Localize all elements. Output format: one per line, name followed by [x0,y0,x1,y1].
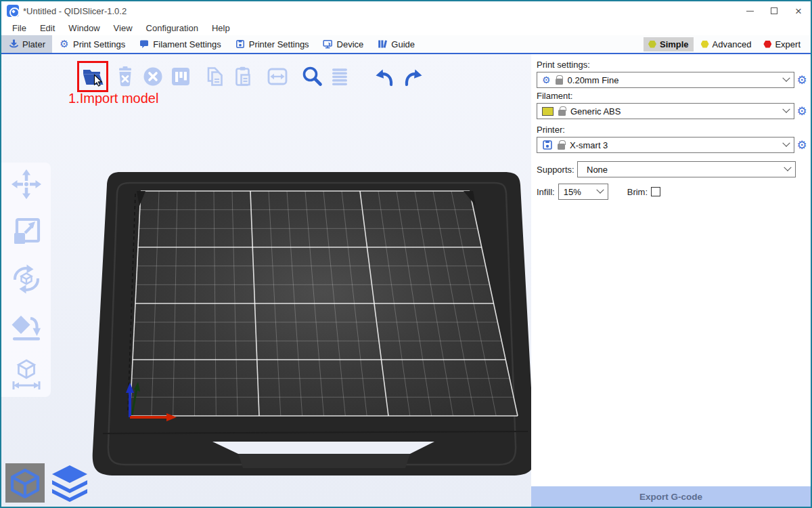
tab-plater[interactable]: Plater [1,35,52,53]
expert-mode-icon [763,41,771,48]
maximize-icon [771,7,777,14]
printer-gear-button[interactable]: ⚙ [794,140,809,151]
delete-button[interactable] [112,64,138,89]
chevron-down-icon [596,186,604,194]
delete-all-button[interactable] [140,64,166,89]
print-settings-gear-button[interactable]: ⚙ [794,75,809,86]
object-toolbar [77,61,428,92]
brim-label: Brim: [627,187,648,197]
tab-label: Filament Settings [153,39,221,49]
copy-button[interactable] [202,64,228,89]
paste-button[interactable] [230,64,256,89]
printer-combo[interactable]: X-smart 3 [537,137,794,153]
supports-combo[interactable]: None [577,161,796,177]
import-model-button[interactable] [80,64,106,89]
import-annotation: 1.Import model [68,91,158,106]
split-objects-button[interactable] [265,64,290,89]
search-button[interactable] [299,64,325,89]
view-switch [5,463,89,503]
rotate-tool-button[interactable] [10,263,43,295]
window-title: *Untitled - QIDISlicer-1.0.2 [23,6,127,16]
infill-value: 15% [564,187,593,197]
settings-sidebar: Print settings: ⚙ 0.20mm Fine ⚙ Filament… [531,54,811,507]
filament-value: Generic ABS [570,106,779,117]
3d-viewport[interactable]: 1.Import model [1,54,531,507]
layers-preview-button[interactable] [50,463,89,503]
tab-guide[interactable]: Guide [370,35,422,53]
minimize-button[interactable] [738,1,762,20]
3d-editor-view-button[interactable] [5,463,45,503]
plater-icon [8,39,19,49]
supports-value: None [583,165,780,175]
measure-tool-button[interactable] [10,358,43,390]
tabbar: Plater ⚙ Print Settings Filament Setting… [1,35,811,54]
tab-device[interactable]: Device [316,35,371,53]
gizmo-toolbar [1,163,51,397]
lock-icon [556,79,563,85]
maximize-button[interactable] [762,1,786,20]
chevron-down-icon [782,75,790,82]
filament-combo[interactable]: Generic ABS [537,103,794,119]
redo-button[interactable] [400,64,426,89]
close-button[interactable]: × [786,1,811,20]
place-on-face-tool-button[interactable] [10,310,43,343]
mode-label: Advanced [713,39,752,49]
tab-label: Print Settings [73,39,125,49]
print-settings-combo[interactable]: ⚙ 0.20mm Fine [537,72,794,88]
tab-filament-settings[interactable]: Filament Settings [132,35,227,53]
menu-window[interactable]: Window [62,23,106,33]
filament-gear-button[interactable]: ⚙ [794,106,809,117]
lock-icon [558,144,565,150]
variable-layer-height-button[interactable] [327,64,353,89]
chevron-down-icon [782,106,790,113]
mode-advanced[interactable]: Advanced [696,37,757,51]
advanced-mode-icon [701,41,709,48]
tab-label: Guide [391,39,415,49]
device-icon [323,39,334,49]
filament-icon [139,39,150,49]
build-plate[interactable] [1,54,531,507]
close-icon: × [795,5,802,17]
move-tool-button[interactable] [10,168,43,200]
minimize-icon [746,11,754,12]
simple-mode-icon [648,41,656,48]
supports-label: Supports: [537,165,577,175]
chevron-down-icon [784,164,791,171]
menu-view[interactable]: View [107,23,139,33]
tab-printer-settings[interactable]: Printer Settings [228,35,316,53]
menu-file[interactable]: File [5,23,33,33]
filament-color-swatch [542,107,554,116]
tab-print-settings[interactable]: ⚙ Print Settings [52,35,132,53]
mode-simple[interactable]: Simple [644,37,694,51]
menu-edit[interactable]: Edit [33,23,62,33]
cube-icon [8,466,42,500]
export-gcode-button[interactable]: Export G-code [531,486,811,507]
tab-label: Printer Settings [249,39,309,49]
mode-expert[interactable]: Expert [759,37,805,51]
menu-help[interactable]: Help [205,23,237,33]
arrange-button[interactable] [168,64,194,89]
gear-icon: ⚙ [542,75,551,85]
main-area: 1.Import model [1,54,811,507]
printer-icon [235,39,246,49]
menubar: File Edit Window View Configuration Help [1,20,811,35]
scale-tool-button[interactable] [10,215,43,248]
app-window: *Untitled - QIDISlicer-1.0.2 × File Edit… [0,0,812,508]
window-controls: × [738,1,811,20]
infill-label: Infill: [537,187,555,197]
brim-checkbox[interactable] [651,187,660,196]
tab-label: Device [337,39,364,49]
mode-label: Expert [775,39,800,49]
undo-button[interactable] [372,64,398,89]
gear-icon: ⚙ [59,39,70,49]
menu-configuration[interactable]: Configuration [139,23,205,33]
app-logo-icon [7,5,19,17]
import-highlight-box [77,61,108,92]
printer-label: Printer: [537,125,809,135]
printer-value: X-smart 3 [570,140,779,150]
printer-icon [542,140,553,150]
print-settings-value: 0.20mm Fine [568,75,779,85]
chevron-down-icon [782,140,790,147]
mode-label: Simple [660,39,689,49]
infill-combo[interactable]: 15% [558,184,608,200]
